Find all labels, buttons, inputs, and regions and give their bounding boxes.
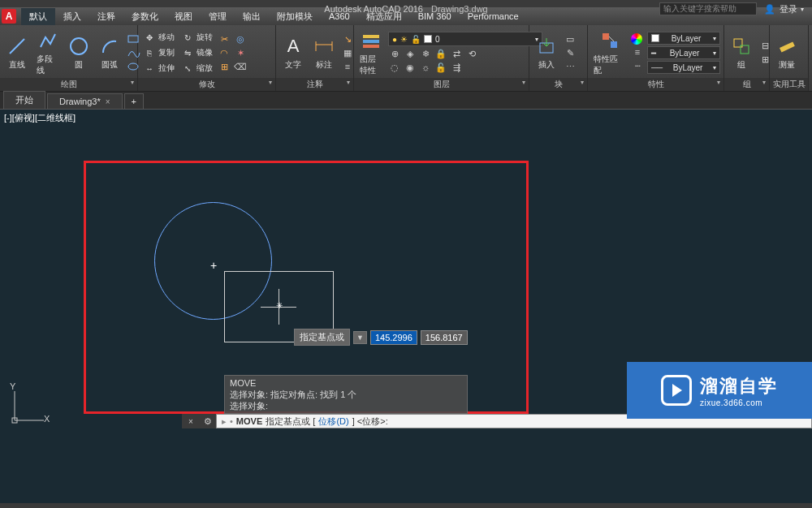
layer-freeze-icon[interactable]: ❄ [419, 47, 432, 60]
line-icon [6, 35, 28, 58]
svg-point-3 [128, 63, 138, 70]
mirror-icon: ⇋ [181, 46, 194, 59]
trim-icon[interactable]: ✂ [218, 32, 231, 45]
layer-prev-icon[interactable]: ⟲ [465, 47, 478, 60]
chevron-down-icon[interactable]: ▼ [353, 331, 367, 344]
copy-button[interactable]: ⎘复制 [141, 45, 176, 60]
layer-on-icon[interactable]: ◉ [404, 61, 417, 74]
block-insert-button[interactable]: 插入 [533, 33, 560, 72]
tab-home[interactable]: 默认 [21, 8, 55, 25]
tab-new[interactable]: + [124, 93, 144, 109]
tab-parametric[interactable]: 参数化 [123, 8, 166, 25]
mirror-button[interactable]: ⇋镜像 [179, 45, 214, 60]
tab-insert[interactable]: 插入 [55, 8, 89, 25]
viewport-label[interactable]: [-][俯视][二维线框] [2, 111, 78, 125]
layer-properties-icon [360, 29, 382, 52]
tab-bim360[interactable]: BIM 360 [410, 9, 460, 24]
panel-block: 插入 ▭ ✎ ⋯ 块▾ [529, 25, 588, 91]
layer-lock-icon[interactable]: 🔒 [434, 47, 447, 60]
tab-addins[interactable]: 附加模块 [269, 8, 321, 25]
block-attr-icon[interactable]: ⋯ [564, 60, 577, 73]
input-y[interactable]: 156.8167 [421, 330, 468, 345]
polyline-button[interactable]: 多段线 [34, 28, 62, 78]
layer-state-icon[interactable]: ⊕ [388, 47, 401, 60]
edit-block-icon[interactable]: ✎ [564, 46, 577, 59]
close-icon[interactable]: × [106, 97, 110, 106]
layer-iso-icon[interactable]: ◈ [404, 47, 417, 60]
linetype-icon[interactable]: ┄ [631, 59, 644, 72]
layer-off-icon[interactable]: ◌ [388, 61, 401, 74]
svg-rect-7 [363, 35, 379, 38]
layer-dropdown[interactable]: ● ☀ 🔓 0 ▾ [388, 32, 542, 46]
tab-view[interactable]: 视图 [166, 8, 201, 25]
match-properties-button[interactable]: 特性匹配 [591, 28, 628, 78]
layer-unlock-icon[interactable]: 🔓 [434, 61, 447, 74]
rotate-button[interactable]: ↻旋转 [179, 30, 214, 45]
ucs-icon[interactable]: X Y [8, 388, 47, 428]
layer-match-icon[interactable]: ⇄ [450, 47, 463, 60]
watermark: 溜溜自学 zixue.3d66.com [627, 362, 812, 419]
line-button[interactable]: 直线 [3, 33, 31, 72]
stretch-icon: ↔ [143, 62, 156, 75]
tab-featured[interactable]: 精选应用 [358, 8, 410, 25]
drawing-area[interactable]: [-][俯视][二维线框] + ✳ 指定基点或 ▼ 145.2996 156.8… [0, 110, 812, 433]
lineweight-combo[interactable]: ━ByLayer▾ [647, 46, 720, 59]
tab-output[interactable]: 输出 [235, 8, 269, 25]
group-button[interactable]: 组 [728, 33, 755, 72]
app-logo[interactable]: A [2, 9, 16, 24]
dimension-button[interactable]: 标注 [310, 33, 338, 72]
color-combo[interactable]: ByLayer▾ [647, 32, 720, 45]
file-tabs: 开始 Drawing3*× + [0, 92, 812, 110]
play-icon [661, 375, 692, 406]
text-button[interactable]: A 文字 [279, 33, 307, 72]
explode-icon[interactable]: ✶ [234, 46, 247, 59]
layer-walk-icon[interactable]: ⇶ [450, 61, 463, 74]
cmdline-customize[interactable]: ⚙ [200, 414, 216, 428]
polyline-icon [37, 29, 59, 52]
linetype-combo[interactable]: ──ByLayer▾ [647, 61, 720, 74]
tooltip-prompt: 指定基点或 [294, 329, 350, 346]
create-block-icon[interactable]: ▭ [564, 32, 577, 45]
move-button[interactable]: ✥移动 [141, 30, 176, 45]
measure-button[interactable]: 测量 [773, 33, 801, 72]
svg-rect-15 [780, 41, 795, 52]
fillet-icon[interactable]: ◠ [218, 46, 231, 59]
offset-icon[interactable]: ◎ [234, 32, 247, 45]
copy-icon: ⎘ [143, 46, 156, 59]
panel-groups: 组 ⊟ ⊞ 组▾ [724, 25, 770, 91]
layer-thaw-icon[interactable]: ☼ [419, 61, 432, 74]
login-menu[interactable]: 👤 登录 ▾ [763, 2, 804, 15]
erase-icon[interactable]: ⌫ [234, 60, 247, 73]
command-history: MOVE 选择对象: 指定对角点: 找到 1 个 选择对象: [224, 375, 468, 414]
lineweight-icon[interactable]: ≡ [631, 45, 644, 58]
panel-utilities: 测量 实用工具 [770, 25, 809, 91]
tab-manage[interactable]: 管理 [201, 8, 235, 25]
color-wheel-icon[interactable] [631, 33, 642, 45]
tab-performance[interactable]: Performance [460, 9, 527, 24]
layer-properties-button[interactable]: 图层特性 [357, 28, 385, 78]
tab-start[interactable]: 开始 [3, 91, 45, 109]
cmdline-handle[interactable]: × [182, 414, 200, 428]
tab-drawing3[interactable]: Drawing3*× [47, 93, 123, 109]
circle-button[interactable]: 圆 [65, 33, 93, 72]
panel-properties: 特性匹配 ≡ ┄ ByLayer▾ ━ByLayer▾ ──ByLayer▾ 特… [588, 25, 724, 91]
array-icon[interactable]: ⊞ [218, 60, 231, 73]
lock-icon: 🔓 [411, 35, 421, 44]
scale-button[interactable]: ⤡缩放 [179, 61, 214, 75]
user-icon: 👤 [763, 2, 776, 15]
leader-icon[interactable]: ↘ [341, 32, 354, 45]
tab-annotate[interactable]: 注释 [89, 8, 123, 25]
svg-rect-8 [363, 40, 379, 43]
mtext-icon[interactable]: ≡ [341, 60, 354, 73]
selection-base-glyph: + [210, 259, 217, 272]
arc-button[interactable]: 圆弧 [96, 33, 123, 72]
tab-a360[interactable]: A360 [321, 9, 358, 24]
insert-icon [535, 35, 558, 58]
svg-line-0 [10, 39, 24, 54]
help-search[interactable]: 输入关键字搜索帮助 [659, 2, 757, 15]
input-x[interactable]: 145.2996 [370, 330, 417, 345]
panel-modify: ✥移动 ⎘复制 ↔拉伸 ↻旋转 ⇋镜像 ⤡缩放 ✂ ◠ ⊞ ◎ ✶ ⌫ 修改▾ [138, 25, 276, 91]
stretch-button[interactable]: ↔拉伸 [141, 61, 176, 75]
text-icon: A [282, 35, 304, 58]
table-icon[interactable]: ▦ [341, 46, 354, 59]
